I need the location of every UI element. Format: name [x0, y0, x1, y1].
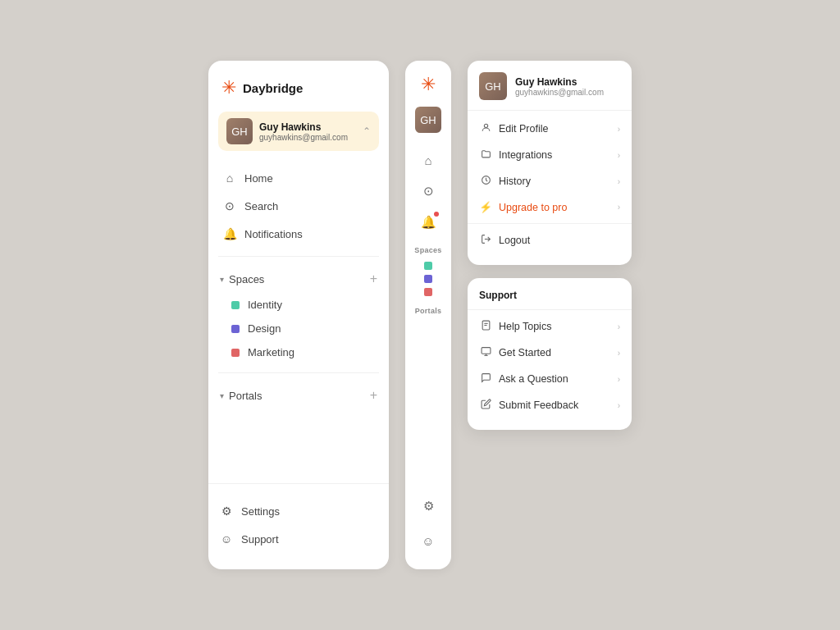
space-label-marketing: Marketing: [248, 346, 294, 358]
chevron-right-icon-4: ›: [618, 203, 620, 212]
menu-item-help-topics[interactable]: Help Topics ›: [468, 313, 632, 340]
collapsed-avatar[interactable]: GH: [415, 107, 441, 133]
menu-item-submit-feedback[interactable]: Submit Feedback ›: [468, 392, 632, 418]
dropdown-user-email: guyhawkins@gmail.com: [515, 88, 604, 97]
svg-rect-6: [482, 348, 491, 354]
menu-item-ask-question[interactable]: Ask a Question ›: [468, 366, 632, 392]
avatar: GH: [226, 118, 253, 144]
monitor-icon: [479, 346, 492, 359]
integrations-label: Integrations: [499, 149, 552, 161]
nav-item-home[interactable]: ⌂ Home: [212, 164, 386, 192]
collapsed-search-icon[interactable]: ⊙: [412, 176, 445, 207]
sidebar-header: ✳ Daybridge: [208, 77, 389, 112]
space-item-marketing[interactable]: Marketing: [208, 340, 389, 364]
svg-point-0: [484, 124, 487, 127]
collapsed-home-icon[interactable]: ⌂: [412, 144, 445, 176]
space-label-identity: Identity: [248, 299, 282, 311]
nav-item-settings[interactable]: ⚙ Settings: [208, 497, 389, 525]
design-dot: [231, 325, 240, 333]
edit-profile-label: Edit Profile: [499, 123, 548, 135]
logo-icon: ✳: [221, 77, 236, 98]
help-topics-label: Help Topics: [499, 321, 551, 332]
right-panels: GH Guy Hawkins guyhawkins@gmail.com Edit…: [468, 61, 632, 430]
space-item-design[interactable]: Design: [208, 317, 389, 340]
chevron-right-icon: ›: [618, 125, 620, 134]
add-space-button[interactable]: +: [370, 272, 377, 286]
folder-icon: [479, 148, 492, 162]
chevron-right-ask: ›: [618, 375, 620, 384]
dropdown-avatar: GH: [479, 72, 507, 100]
chevron-portals-icon: ▾: [220, 391, 224, 400]
portals-label: Portals: [229, 390, 262, 402]
sidebar-collapsed: ✳ GH ⌂ ⊙ 🔔 Spaces Portals ⚙ ☺: [405, 61, 451, 569]
dropdown-user-name: Guy Hawkins: [515, 76, 604, 88]
chevron-right-icon-3: ›: [618, 177, 620, 186]
divider-2: [218, 372, 379, 373]
collapsed-footer: ⚙ ☺: [412, 491, 445, 556]
menu-item-upgrade[interactable]: ⚡ Upgrade to pro ›: [468, 194, 632, 220]
menu-item-logout[interactable]: Logout: [468, 227, 632, 253]
nav-label-search: Search: [244, 200, 278, 212]
chat-icon: [479, 372, 492, 386]
support-title: Support: [468, 290, 632, 310]
chevron-spaces-icon: ▾: [220, 275, 224, 284]
chevron-right-help: ›: [618, 322, 620, 331]
dropdown-divider: [468, 223, 632, 224]
dropdown-user-info: Guy Hawkins guyhawkins@gmail.com: [515, 76, 604, 97]
identity-dot: [231, 301, 240, 309]
logout-label: Logout: [499, 235, 530, 246]
nav-item-search[interactable]: ⊙ Search: [212, 192, 386, 220]
chevron-right-started: ›: [618, 349, 620, 358]
app-title: Daybridge: [243, 81, 303, 95]
collapsed-settings-icon[interactable]: ⚙: [412, 491, 445, 522]
sidebar-footer: ⚙ Settings ☺ Support: [208, 483, 389, 553]
add-portal-button[interactable]: +: [370, 388, 377, 403]
dropdown-user-row: GH Guy Hawkins guyhawkins@gmail.com: [468, 72, 632, 111]
user-email: guyhawkins@gmail.com: [259, 133, 356, 142]
spaces-label: Spaces: [229, 273, 264, 285]
document-icon: [479, 320, 492, 333]
search-icon: ⊙: [223, 199, 236, 212]
nav-section: ⌂ Home ⊙ Search 🔔 Notifications: [208, 164, 389, 248]
user-info: Guy Hawkins guyhawkins@gmail.com: [259, 121, 356, 142]
collapsed-logo-icon: ✳: [421, 74, 436, 95]
nav-label-home: Home: [244, 172, 273, 185]
submit-feedback-label: Submit Feedback: [499, 399, 578, 411]
menu-item-history[interactable]: History ›: [468, 168, 632, 194]
lightning-icon: ⚡: [479, 201, 492, 213]
space-label-design: Design: [248, 322, 281, 335]
nav-item-support[interactable]: ☺ Support: [208, 525, 389, 553]
bell-icon: 🔔: [223, 227, 236, 240]
support-dropdown: Support Help Topics › Get Started ›: [468, 278, 632, 430]
user-dropdown: GH Guy Hawkins guyhawkins@gmail.com Edit…: [468, 61, 632, 265]
nav-label-support: Support: [241, 533, 279, 546]
history-label: History: [499, 176, 531, 187]
nav-item-notifications[interactable]: 🔔 Notifications: [212, 220, 386, 248]
menu-item-edit-profile[interactable]: Edit Profile ›: [468, 116, 632, 142]
collapsed-dot-design[interactable]: [424, 275, 432, 283]
divider-1: [218, 256, 379, 257]
spaces-section-header[interactable]: ▾ Spaces +: [208, 265, 389, 293]
space-item-identity[interactable]: Identity: [208, 293, 389, 317]
menu-item-get-started[interactable]: Get Started ›: [468, 340, 632, 366]
home-icon: ⌂: [223, 171, 236, 185]
nav-label-notifications: Notifications: [244, 228, 303, 240]
collapsed-bell-icon[interactable]: 🔔: [412, 207, 445, 238]
user-name: Guy Hawkins: [259, 121, 356, 133]
collapsed-dot-identity[interactable]: [424, 262, 432, 270]
spaces-list: Identity Design Marketing: [208, 293, 389, 364]
marketing-dot: [231, 349, 240, 357]
portals-section-header[interactable]: ▾ Portals +: [208, 381, 389, 409]
user-card[interactable]: GH Guy Hawkins guyhawkins@gmail.com ⌃: [218, 112, 379, 151]
collapsed-dot-marketing[interactable]: [424, 288, 432, 296]
chevron-down-icon: ⌃: [363, 126, 371, 137]
collapsed-portals-label: Portals: [415, 307, 442, 315]
pencil-icon: [479, 399, 492, 412]
upgrade-label: Upgrade to pro: [499, 202, 567, 213]
clock-icon: [479, 175, 492, 188]
get-started-label: Get Started: [499, 347, 551, 358]
person-icon: [479, 122, 492, 135]
sidebar-expanded: ✳ Daybridge GH Guy Hawkins guyhawkins@gm…: [208, 61, 389, 569]
menu-item-integrations[interactable]: Integrations ›: [468, 142, 632, 168]
collapsed-support-icon[interactable]: ☺: [412, 525, 445, 556]
